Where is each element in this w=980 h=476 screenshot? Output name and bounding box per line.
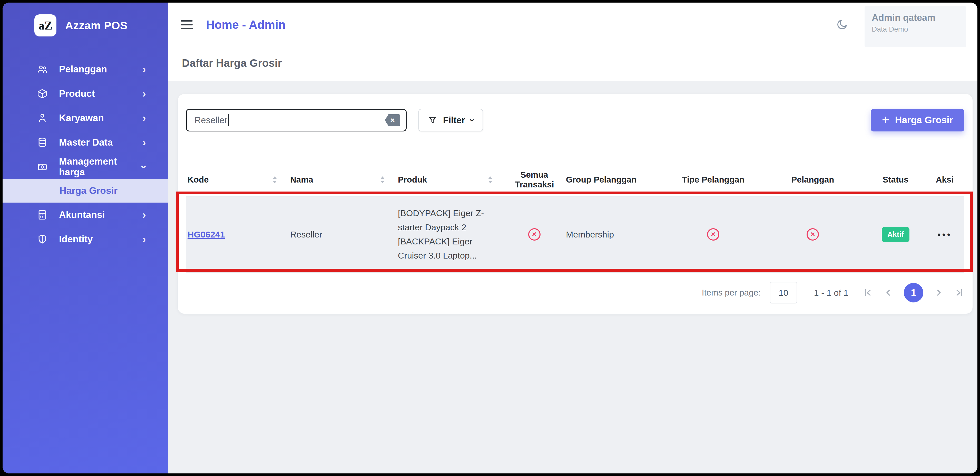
money-icon <box>37 161 48 173</box>
chevron-right-icon: › <box>142 209 146 220</box>
user-name: Admin qateam <box>872 12 966 23</box>
sidebar-item-akuntansi[interactable]: Akuntansi › <box>3 203 168 227</box>
sidebar-subitem-harga-grosir[interactable]: Harga Grosir <box>3 179 168 203</box>
chevron-right-icon: › <box>142 137 146 148</box>
sort-icon[interactable] <box>488 176 492 183</box>
column-header-aksi: Aksi <box>925 175 964 185</box>
column-label: Nama <box>290 175 313 185</box>
cell-nama: Reseller <box>289 230 396 240</box>
add-harga-grosir-button[interactable]: + Harga Grosir <box>871 109 964 131</box>
kode-link[interactable]: HG06241 <box>188 230 225 240</box>
shield-icon <box>37 233 48 245</box>
previous-page-icon[interactable] <box>883 288 893 297</box>
sidebar-item-pelanggan[interactable]: Pelanggan › <box>3 57 168 81</box>
pagination-range: 1 - 1 of 1 <box>814 288 848 298</box>
chevron-right-icon: › <box>142 64 146 75</box>
app-window: aZ Azzam POS Pelanggan › Product › <box>3 3 977 473</box>
funnel-icon <box>428 115 438 125</box>
cell-produk: [BODYPACK] Eiger Z-starter Daypack 2 [BA… <box>396 206 504 263</box>
cell-group-pelanggan: Membership <box>565 230 667 240</box>
dark-mode-moon-icon[interactable] <box>836 19 848 31</box>
table-row[interactable]: HG06241 Reseller [BODYPACK] Eiger Z-star… <box>186 196 964 273</box>
chevron-right-icon: › <box>142 113 146 123</box>
column-label: Semua Transaksi <box>515 170 554 190</box>
breadcrumb[interactable]: Home - Admin <box>206 18 286 32</box>
column-label: Status <box>883 175 909 185</box>
sidebar-nav: Pelanggan › Product › Karyawan › <box>3 57 168 251</box>
chevron-down-icon: › <box>139 165 150 169</box>
text-caret <box>228 114 229 126</box>
filter-button[interactable]: Filter › <box>418 109 483 131</box>
sidebar-item-management-harga[interactable]: Management harga › <box>3 155 168 179</box>
search-value: Reseller <box>194 115 227 125</box>
search-input[interactable]: Reseller × <box>186 109 407 131</box>
circle-x-icon <box>528 228 541 241</box>
column-label: Produk <box>398 175 427 185</box>
cell-status: Aktif <box>866 227 925 242</box>
sidebar-subitem-label: Harga Grosir <box>59 185 118 196</box>
pager-controls: 1 <box>863 283 964 302</box>
first-page-icon[interactable] <box>863 288 872 297</box>
chevron-down-icon: › <box>468 118 477 122</box>
user-menu[interactable]: Admin qateam Data Demo <box>865 6 966 47</box>
column-header-semua-transaksi: Semua Transaksi <box>504 170 565 190</box>
next-page-icon[interactable] <box>934 288 944 297</box>
sidebar-item-label: Pelanggan <box>59 64 107 75</box>
chevron-right-icon: › <box>142 88 146 99</box>
column-label: Kode <box>188 175 209 185</box>
row-actions-button[interactable]: ••• <box>937 230 952 240</box>
toolbar: Reseller × Filter › + Harga Grosir <box>186 94 964 131</box>
harga-grosir-card: Reseller × Filter › + Harga Grosir Kode <box>178 94 972 314</box>
items-per-page-label: Items per page: <box>702 288 760 297</box>
users-icon <box>37 64 48 75</box>
cube-icon <box>37 88 48 100</box>
sidebar-item-label: Karyawan <box>59 113 104 123</box>
sidebar-item-label: Management harga <box>59 156 142 178</box>
sidebar-item-label: Akuntansi <box>59 209 105 220</box>
table-header-row: Kode Nama Produk Semua Transaksi Group P… <box>186 163 964 196</box>
sidebar-item-label: Product <box>59 88 95 99</box>
column-label: Group Pelanggan <box>566 175 636 185</box>
produk-text: [BODYPACK] Eiger Z-starter Daypack 2 [BA… <box>398 206 493 263</box>
column-header-produk[interactable]: Produk <box>396 175 504 185</box>
add-button-label: Harga Grosir <box>895 115 953 126</box>
column-header-kode[interactable]: Kode <box>186 175 289 185</box>
page-title: Daftar Harga Grosir <box>182 57 282 69</box>
database-icon <box>37 137 48 149</box>
pagination: Items per page: 1 - 1 of 1 1 <box>186 282 964 303</box>
circle-x-icon <box>707 228 719 241</box>
items-per-page-input[interactable] <box>770 282 797 303</box>
cell-tipe-pelanggan <box>667 228 759 241</box>
person-icon <box>37 112 48 124</box>
column-header-nama[interactable]: Nama <box>289 175 396 185</box>
sidebar: aZ Azzam POS Pelanggan › Product › <box>3 3 168 473</box>
column-header-tipe-pelanggan: Tipe Pelanggan <box>667 175 759 185</box>
plus-icon: + <box>882 113 889 126</box>
sidebar-item-label: Master Data <box>59 137 113 148</box>
column-header-group-pelanggan: Group Pelanggan <box>565 175 667 185</box>
sidebar-item-master-data[interactable]: Master Data › <box>3 130 168 155</box>
last-page-icon[interactable] <box>955 288 964 297</box>
cell-semua-transaksi <box>504 228 565 241</box>
app-logo: aZ Azzam POS <box>3 3 168 37</box>
logo-badge: aZ <box>34 14 56 37</box>
app-name: Azzam POS <box>65 19 127 32</box>
clear-search-icon[interactable]: × <box>385 114 400 126</box>
current-page-button[interactable]: 1 <box>904 283 923 302</box>
cell-pelanggan <box>759 228 866 241</box>
column-header-status: Status <box>866 175 925 185</box>
sidebar-item-identity[interactable]: Identity › <box>3 227 168 251</box>
cell-aksi: ••• <box>925 230 964 240</box>
cell-kode: HG06241 <box>186 230 289 240</box>
hamburger-menu-icon[interactable] <box>181 20 192 29</box>
sidebar-item-product[interactable]: Product › <box>3 81 168 106</box>
sort-icon[interactable] <box>273 176 277 183</box>
sidebar-item-label: Identity <box>59 234 93 245</box>
user-subtitle: Data Demo <box>872 25 966 34</box>
column-label: Pelanggan <box>791 175 834 185</box>
sidebar-item-karyawan[interactable]: Karyawan › <box>3 106 168 130</box>
sort-icon[interactable] <box>380 176 385 183</box>
circle-x-icon <box>807 228 819 241</box>
status-badge: Aktif <box>882 227 910 242</box>
content-area: Reseller × Filter › + Harga Grosir Kode <box>168 81 977 473</box>
